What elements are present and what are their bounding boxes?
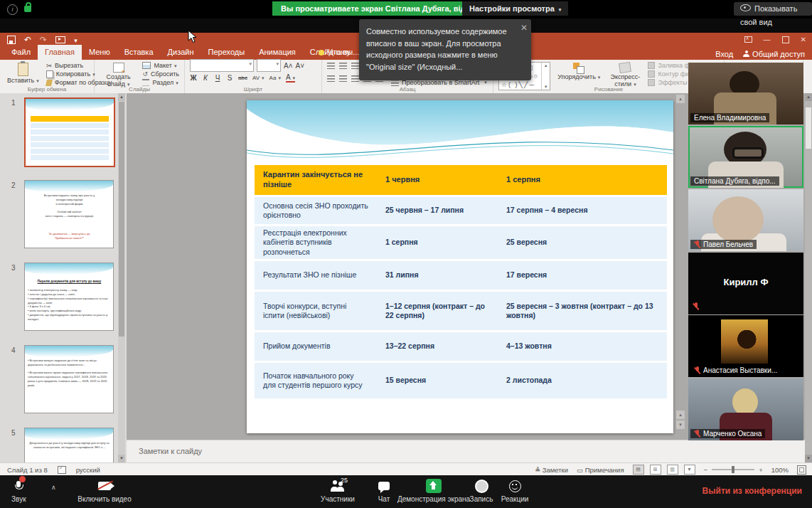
tab-menu[interactable]: Меню [82, 45, 117, 60]
view-settings-button[interactable]: Настройки просмотра [462, 1, 568, 16]
text-shadow-button[interactable]: S [226, 74, 233, 82]
comments-toggle[interactable]: ▭ Примечания [577, 466, 624, 474]
spellcheck-icon[interactable] [58, 466, 66, 474]
notes-toggle[interactable]: ≜ Заметки [535, 466, 568, 474]
normal-view-icon[interactable]: ▤ [633, 465, 644, 475]
scroll-up-icon[interactable] [118, 93, 125, 101]
start-video-button[interactable]: Включить видео [65, 479, 144, 503]
qat-customize-icon[interactable] [74, 36, 78, 44]
tab-insert[interactable]: Вставка [117, 45, 161, 60]
tab-animations[interactable]: Анимация [252, 45, 303, 60]
zoom-slider-thumb[interactable] [732, 466, 734, 473]
notes-panel[interactable]: Заметки к слайду [127, 440, 812, 463]
scroll-down-icon[interactable] [118, 455, 125, 462]
zoom-slider[interactable] [712, 469, 754, 470]
paste-button[interactable]: Вставить [5, 62, 41, 85]
ribbon-display-icon[interactable] [744, 36, 752, 43]
save-icon[interactable] [7, 36, 16, 44]
show-self-view-button[interactable]: Показывать свой вид [734, 2, 812, 16]
tab-transitions[interactable]: Переходы [201, 45, 252, 60]
zoom-in-icon[interactable]: + [759, 466, 763, 474]
thumbnail-image-1[interactable] [24, 97, 115, 167]
strikethrough-button[interactable]: abc [238, 75, 247, 81]
arrange-button[interactable]: Упорядочить [555, 62, 602, 82]
underline-button[interactable]: Ч [214, 74, 221, 82]
close-window-icon[interactable] [801, 36, 806, 43]
bullets-icon[interactable] [327, 63, 335, 69]
bold-button[interactable]: Ж [190, 74, 197, 82]
canvas-scrollbar[interactable]: ▲ ▲ ▼ [676, 95, 685, 436]
undo-icon[interactable] [24, 35, 31, 45]
indent-decrease-icon[interactable] [351, 63, 359, 69]
slide-thumbnail-2[interactable]: 2 Вступники подають заяву про участь у к… [0, 180, 127, 258]
slideshow-icon[interactable] [55, 36, 65, 43]
new-slide-button[interactable]: Создать слайд [100, 62, 137, 89]
thumbnail-image-2[interactable]: Вступники подають заяву про участь у кон… [24, 180, 114, 248]
zoom-out-icon[interactable]: − [704, 466, 708, 474]
sign-in-button[interactable]: Вход [715, 50, 733, 58]
char-spacing-button[interactable]: AV [252, 75, 265, 81]
window-right-scrollbar[interactable]: ▲ ▼ [805, 93, 812, 462]
participant-tile[interactable]: Кирилл Ф [688, 253, 803, 314]
participant-tile[interactable]: Павел Бельчев [688, 189, 803, 251]
zoom-percentage[interactable]: 100% [771, 466, 789, 474]
reactions-button[interactable]: Реакции [496, 479, 533, 503]
previous-slide-icon[interactable]: ▲ [676, 411, 685, 419]
slide[interactable]: Карантин закінчується не пізніше 1 червн… [247, 100, 673, 433]
record-button[interactable]: Запись [464, 479, 499, 503]
restore-icon[interactable] [782, 36, 789, 43]
leave-meeting-button[interactable]: Выйти из конференции [703, 486, 802, 496]
slideshow-view-icon[interactable]: ▼ [684, 465, 695, 475]
font-size-combo[interactable] [257, 59, 281, 72]
slide-thumbnail-5[interactable]: 5 Допускаються до участі у конкурсному в… [0, 428, 127, 462]
italic-button[interactable]: К [202, 74, 209, 82]
participant-tile[interactable]: Анастасия Выставки... [688, 315, 803, 377]
slide-thumbnail-1[interactable]: 1 [0, 97, 127, 176]
tab-design[interactable]: Дизайн [161, 45, 201, 60]
share-screen-button[interactable]: Демонстрация экрана [397, 479, 471, 503]
scroll-up-icon[interactable]: ▲ [676, 95, 685, 103]
thumbnail-image-5[interactable]: Допускаються до участі у конкурсному від… [24, 428, 114, 462]
reading-view-icon[interactable]: ▥ [667, 465, 678, 475]
share-presentation-button[interactable]: Общий доступ [743, 50, 805, 58]
tab-home[interactable]: Главная [38, 45, 82, 60]
participant-tile[interactable]: Марченко Оксана [688, 379, 803, 440]
tab-file[interactable]: Файл [4, 45, 38, 60]
audio-options-chevron-icon[interactable] [51, 484, 56, 491]
participants-button[interactable]: 25 Участники [313, 479, 363, 503]
chat-button[interactable]: Чат [370, 479, 398, 503]
layout-button[interactable]: Макет [142, 62, 179, 69]
fit-slide-icon[interactable] [797, 465, 806, 475]
numbering-icon[interactable] [339, 63, 347, 69]
thumbnail-image-3[interactable]: Перелік документів для вступу до вишу • … [24, 263, 114, 331]
participant-tile[interactable]: Елена Владимировна [688, 63, 803, 125]
scrollbar-thumb[interactable] [119, 102, 124, 337]
grow-font-icon[interactable]: А˄ [284, 62, 293, 70]
change-case-button[interactable]: Аа [269, 75, 281, 81]
slide-sorter-icon[interactable]: ⊞ [650, 465, 661, 475]
font-color-button[interactable]: А [286, 73, 295, 83]
align-left-icon[interactable] [327, 75, 335, 82]
section-button[interactable]: Раздел [142, 79, 179, 86]
slide-thumbnail-4[interactable]: 4 • Вступники можуть подавати до п'яти з… [0, 345, 127, 423]
thumbnail-image-4[interactable]: • Вступники можуть подавати до п'яти зая… [24, 345, 114, 413]
redo-icon[interactable] [40, 35, 47, 45]
font-name-combo[interactable] [190, 59, 254, 72]
participant-tile[interactable]: Світлана Дубяга, відпо... [688, 126, 803, 188]
align-right-icon[interactable] [351, 75, 359, 82]
tell-me-box[interactable]: Что вы... [319, 45, 359, 60]
audio-button[interactable]: Звук [11, 479, 26, 503]
info-icon[interactable] [7, 4, 18, 15]
language-indicator[interactable]: русский [76, 466, 100, 474]
reset-button[interactable]: Сбросить [142, 70, 179, 78]
slide-thumbnail-3[interactable]: 3 Перелік документів для вступу до вишу … [0, 263, 127, 341]
scroll-up-icon[interactable]: ▲ [805, 93, 812, 101]
scroll-down-icon[interactable]: ▼ [805, 455, 812, 462]
scrollbar-thumb[interactable] [806, 107, 811, 149]
quick-styles-button[interactable]: Экспресс-стили [607, 62, 643, 89]
shrink-font-icon[interactable]: А˅ [296, 62, 305, 70]
thumbnails-scrollbar[interactable] [118, 93, 125, 462]
next-slide-icon[interactable]: ▼ [676, 420, 685, 429]
minimize-icon[interactable] [764, 36, 771, 43]
align-center-icon[interactable] [339, 75, 347, 82]
